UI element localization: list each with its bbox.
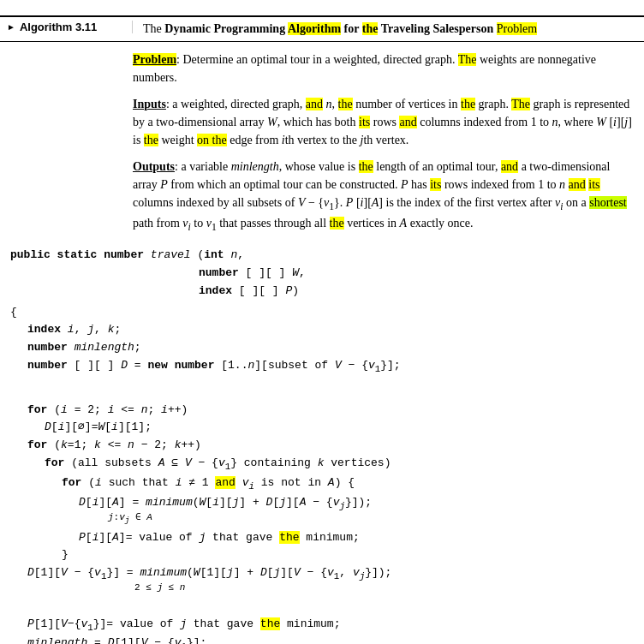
inputs-label: Inputs	[133, 98, 166, 110]
for-k: for (k=1; k <= n − 2; k++)	[10, 437, 634, 455]
decl-index: index i, j, k;	[10, 321, 634, 339]
function-param-P: index [ ][ ] P)	[10, 283, 634, 301]
blank-line2	[10, 598, 634, 616]
code-section: public static number travel (int n, numb…	[0, 247, 644, 644]
outputs-label: Outputs	[133, 160, 175, 173]
P-update: P[i][A]= value of j that gave the minimu…	[10, 529, 634, 547]
brace-open: {	[10, 304, 634, 322]
decl-minlength: number minlength;	[10, 339, 634, 357]
algorithm-number: Algorithm 3.11	[20, 21, 97, 33]
outputs-text: : a variable minlength, whose value is t…	[133, 160, 627, 230]
page-container: ► Algorithm 3.11 The Dynamic Programming…	[0, 9, 644, 644]
inputs-paragraph: Inputs: a weighted, directed graph, and …	[133, 95, 634, 149]
problem-text: : Determine an optimal tour in a weighte…	[133, 53, 596, 84]
algorithm-body: Problem: Determine an optimal tour in a …	[0, 51, 644, 236]
for-A: for (all subsets A ⊆ V − {v1} containing…	[10, 455, 634, 474]
for-i2: for (i such that i ≠ 1 and vi is not in …	[10, 474, 634, 494]
minlength-assign: minlength = D[1][V − {v1}];	[10, 635, 634, 644]
title-problem: Problem	[497, 22, 537, 35]
algorithm-header: ► Algorithm 3.11 The Dynamic Programming…	[0, 15, 644, 42]
D-init: D[i][∅]=W[i][1];	[10, 419, 634, 437]
title-dp: Dynamic Programming Algorithm for the Tr…	[164, 22, 496, 35]
for-i: for (i = 2; i <= n; i++)	[10, 402, 634, 420]
function-param-W: number [ ][ ] W,	[10, 265, 634, 283]
decl-D: number [ ][ ] D = new number [1..n][subs…	[10, 357, 634, 377]
function-signature: public static number travel (int n,	[10, 247, 634, 265]
algorithm-label: ► Algorithm 3.11	[0, 21, 133, 33]
blank-line	[10, 384, 634, 402]
title-the: The	[143, 22, 164, 35]
triangle-icon: ►	[7, 22, 15, 32]
outputs-paragraph: Outputs: a variable minlength, whose val…	[133, 158, 634, 236]
inputs-text: : a weighted, directed graph, and n, the…	[133, 98, 632, 146]
problem-paragraph: Problem: Determine an optimal tour in a …	[133, 51, 634, 86]
algorithm-title: The Dynamic Programming Algorithm for th…	[133, 21, 537, 38]
problem-label: Problem	[133, 53, 176, 66]
brace-inner-close: }	[10, 546, 634, 564]
P-final: P[1][V−{v1}]= value of j that gave the m…	[10, 616, 634, 635]
